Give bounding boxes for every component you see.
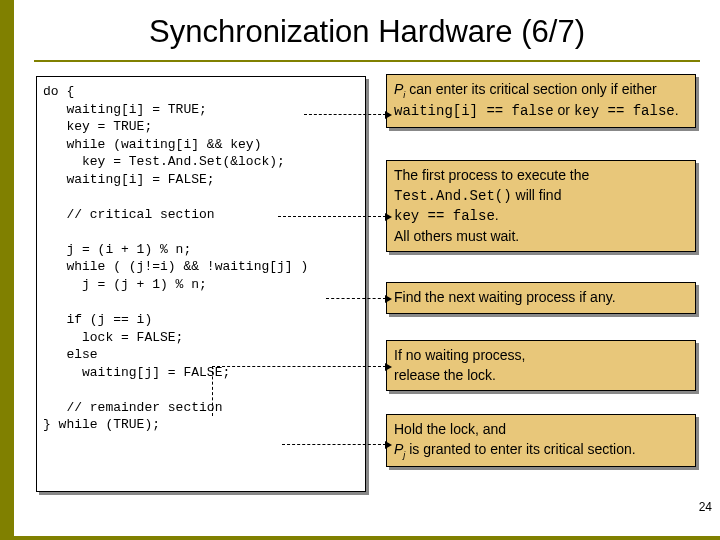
text: will find [512, 187, 562, 203]
code-inline: key == false [394, 208, 495, 224]
text: The first process to execute the [394, 167, 589, 183]
arrow-icon [326, 298, 386, 299]
text: Pi [394, 81, 405, 97]
arrow-icon [278, 216, 386, 217]
text: If no waiting process, [394, 347, 526, 363]
code-inline: Test.And.Set() [394, 188, 512, 204]
arrow-icon [212, 366, 213, 416]
title-underline [34, 60, 700, 62]
note-release-lock: If no waiting process,release the lock. [386, 340, 696, 391]
text: . [675, 102, 679, 118]
slide-title: Synchronization Hardware (6/7) [14, 0, 720, 60]
arrow-icon [304, 114, 386, 115]
text: Pj [394, 441, 405, 457]
arrow-icon [212, 366, 386, 367]
note-hold-lock: Hold the lock, and Pj is granted to ente… [386, 414, 696, 467]
text: or [554, 102, 574, 118]
text: . [495, 207, 499, 223]
note-first-process: The first process to execute the Test.An… [386, 160, 696, 252]
code-inline: key == false [574, 103, 675, 119]
page-number: 24 [699, 500, 712, 514]
code-inline: waiting[i] == false [394, 103, 554, 119]
text: can enter its critical section only if e… [405, 81, 656, 97]
text: All others must wait. [394, 228, 519, 244]
text: is granted to enter its critical section… [405, 441, 635, 457]
note-enter-critical: Pi can enter its critical section only i… [386, 74, 696, 128]
content-area: do { waiting[i] = TRUE; key = TRUE; whil… [14, 76, 720, 516]
arrow-icon [282, 444, 386, 445]
note-find-next: Find the next waiting process if any. [386, 282, 696, 314]
code-block: do { waiting[i] = TRUE; key = TRUE; whil… [36, 76, 366, 492]
text: release the lock. [394, 367, 496, 383]
text: Hold the lock, and [394, 421, 506, 437]
